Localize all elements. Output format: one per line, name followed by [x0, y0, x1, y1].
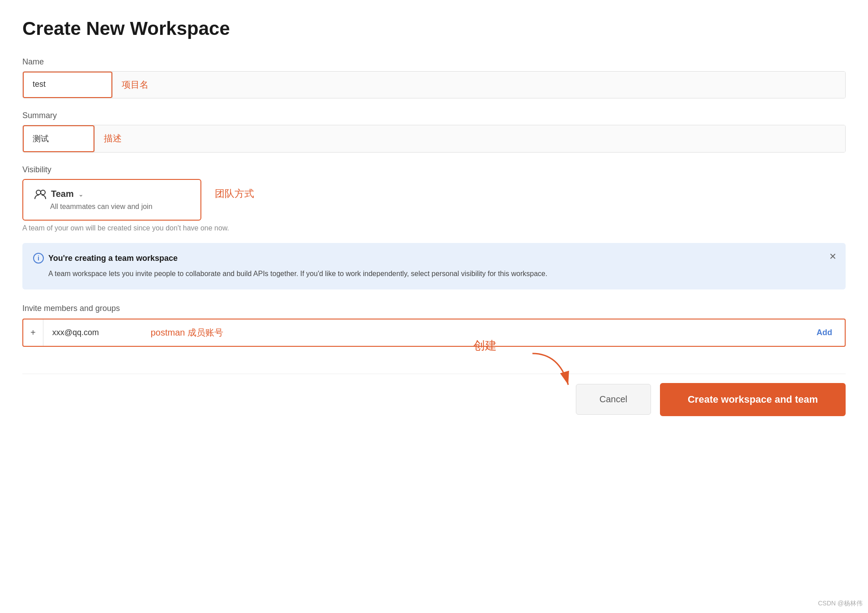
info-banner: i You're creating a team workspace A tea…	[22, 243, 846, 289]
info-banner-text: A team workspace lets you invite people …	[33, 268, 835, 280]
name-annotation: 项目名	[112, 72, 845, 98]
footer-container: 创建 Cancel Create workspace and team	[22, 374, 846, 416]
cancel-button[interactable]: Cancel	[576, 384, 651, 415]
svg-point-1	[41, 190, 45, 195]
summary-label: Summary	[22, 111, 846, 120]
summary-input-row: 测试 描述	[22, 125, 846, 153]
watermark: CSDN @杨林伟	[818, 600, 863, 608]
visibility-annotation: 团队方式	[215, 179, 254, 200]
team-label: Team	[51, 189, 74, 199]
plus-icon: +	[23, 319, 43, 346]
info-banner-header: i You're creating a team workspace	[33, 253, 835, 264]
chevron-down-icon[interactable]: ⌄	[78, 191, 84, 198]
visibility-desc: All teammates can view and join	[34, 203, 190, 211]
page-title: Create New Workspace	[22, 18, 846, 39]
email-annotation: postman 成员账号	[142, 319, 804, 346]
name-input-row: test 项目名	[22, 71, 846, 98]
email-input[interactable]: xxx@qq.com	[43, 321, 142, 345]
footer: Cancel Create workspace and team	[22, 374, 846, 416]
visibility-row: Team ⌄ All teammates can view and join 团…	[22, 179, 846, 221]
name-input[interactable]: test	[23, 72, 112, 98]
create-annotation: 创建	[473, 338, 497, 353]
invite-row: + xxx@qq.com postman 成员账号 Add	[22, 319, 846, 347]
create-workspace-button[interactable]: Create workspace and team	[660, 383, 846, 416]
summary-input[interactable]: 测试	[23, 125, 94, 152]
svg-point-0	[36, 190, 41, 195]
invite-section: Invite members and groups + xxx@qq.com p…	[22, 304, 846, 347]
visibility-section: Visibility Team ⌄ All teammates can view…	[22, 165, 846, 232]
visibility-selector[interactable]: Team ⌄ All teammates can view and join	[22, 179, 201, 221]
summary-annotation: 描述	[94, 125, 845, 152]
team-note: A team of your own will be created since…	[22, 224, 846, 232]
info-icon: i	[33, 253, 44, 264]
visibility-label: Visibility	[22, 165, 846, 175]
add-button[interactable]: Add	[804, 321, 845, 345]
team-icon	[34, 189, 47, 199]
name-label: Name	[22, 57, 846, 67]
close-banner-button[interactable]: ✕	[829, 251, 837, 262]
summary-section: Summary 测试 描述	[22, 111, 846, 153]
visibility-header: Team ⌄	[34, 189, 190, 199]
arrow-icon	[523, 349, 577, 396]
name-section: Name test 项目名	[22, 57, 846, 98]
info-banner-title: You're creating a team workspace	[48, 254, 178, 263]
invite-label: Invite members and groups	[22, 304, 846, 313]
